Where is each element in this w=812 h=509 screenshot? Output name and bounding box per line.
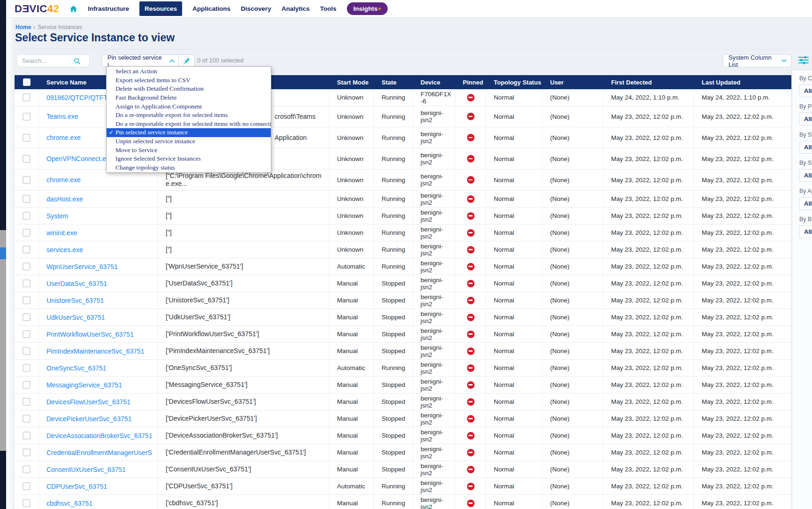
row-checkbox[interactable] [23,415,31,423]
column-header-5[interactable]: Device [413,79,455,86]
row-checkbox[interactable] [23,381,31,389]
column-header-6[interactable]: Pinned [455,79,486,86]
service-name-cell: DevicesFlowUserSvc_63751 [39,393,158,410]
row-checkbox[interactable] [23,262,31,270]
row-checkbox[interactable] [23,212,31,220]
breadcrumb-home-link[interactable]: Home [15,24,31,31]
service-name-link[interactable]: chrome.exe [46,176,81,184]
column-header-8[interactable]: User [543,79,604,86]
service-name-link[interactable]: Teams.exe [46,113,78,120]
home-icon[interactable] [69,5,77,13]
row-checkbox[interactable] [23,330,31,338]
row-checkbox[interactable] [23,482,31,490]
service-name-link[interactable]: UdkUserSvc_63751 [46,314,105,321]
service-name-link[interactable]: chrome.exe [46,134,81,141]
row-checkbox[interactable] [23,113,31,121]
nav-item-discovery[interactable]: Discovery [241,5,271,12]
topology-status-cell: Normal [486,241,543,258]
column-header-9[interactable]: First Detected [604,79,694,86]
service-name-link[interactable]: wininit.exe [46,229,77,237]
row-checkbox[interactable] [23,93,31,101]
service-name-link[interactable]: DevicesFlowUserSvc_63751 [46,398,130,406]
service-name-link[interactable]: OpenVPNConnect.exe [46,155,113,162]
row-checkbox[interactable] [23,499,31,507]
column-header-3[interactable]: Start Mode [329,79,374,86]
state-cell: Running [374,191,413,207]
row-checkbox[interactable] [23,134,31,142]
menu-item[interactable]: Fast Background Delete [107,93,271,102]
row-checkbox[interactable] [23,398,31,406]
service-name-link[interactable]: DevicePickerUserSvc_63751 [46,415,131,423]
filter-select[interactable]: All [799,169,812,182]
service-name-link[interactable]: ConsentUxUserSvc_63751 [46,466,126,473]
select-all-checkbox[interactable] [23,78,31,86]
service-name-link[interactable]: UnistoreSvc_63751 [46,297,104,304]
row-checkbox[interactable] [23,155,31,163]
row-checkbox[interactable] [23,313,31,321]
menu-item[interactable]: ✓Pin selected service instance [107,128,271,137]
menu-item[interactable]: Unpin selected service instance [107,137,271,146]
row-checkbox[interactable] [23,432,31,440]
row-checkbox[interactable] [23,246,31,254]
menu-item[interactable]: Change topology status [107,163,271,172]
column-header-10[interactable]: Last Updated [694,79,791,86]
alias-text: ['CDPUserSvc_63751'] [166,482,232,490]
bulk-action-select[interactable]: Pin selected service i... [102,54,178,68]
filter-select[interactable]: All [799,113,812,125]
filter-select[interactable]: All [799,85,812,97]
filter-select[interactable]: All [799,225,812,238]
insights-button[interactable]: Insights+ [347,2,388,15]
menu-item[interactable]: Do a re-importable export for selected i… [107,111,271,120]
menu-item[interactable]: Ignore Selected Service Instances [107,154,271,163]
menu-item[interactable]: Delete with Detailed Confirmation [107,85,271,93]
service-name-link[interactable]: OneSyncSvc_63751 [46,364,107,372]
nav-item-analytics[interactable]: Analytics [282,5,310,12]
nav-item-tools[interactable]: Tools [320,5,337,12]
service-name-link[interactable]: PimIndexMaintenanceSvc_63751 [46,347,145,355]
service-name-link[interactable]: MessagingService_63751 [46,381,122,389]
filter-sliders-icon[interactable] [798,55,809,65]
row-checkbox[interactable] [23,448,31,456]
menu-item[interactable]: Export selected items to CSV [107,76,271,85]
service-name-link[interactable]: dasHost.exe [46,195,83,203]
service-name-link[interactable]: DeviceAssociationBrokerSvc_63751 [46,432,153,440]
service-name-link[interactable]: UserDataSvc_63751 [46,280,107,287]
table-row: CredentialEnrollmentManagerUserS ...['Cr… [15,444,791,461]
menu-item-label: Assign to Application Component [115,103,202,110]
service-name-link[interactable]: cbdhsvc_63751 [46,500,92,507]
service-name-link[interactable]: System [46,212,69,220]
nav-item-applications[interactable]: Applications [192,5,230,12]
row-checkbox[interactable] [23,296,31,304]
apply-action-pin-icon[interactable] [179,57,194,65]
column-header-7[interactable]: Topology Status [486,79,543,86]
user-cell: (None) [543,224,604,241]
filter-select[interactable]: All [799,197,812,210]
menu-item[interactable]: Select an Action [107,67,271,76]
row-checkbox[interactable] [23,279,31,287]
service-name-link[interactable]: CDPUserSvc_63751 [46,483,107,490]
service-name-link[interactable]: 091862/QTCP/QTFTP0 [46,94,115,101]
menu-item[interactable]: Assign to Application Component [107,102,271,111]
service-name-link[interactable]: services.exe [46,246,83,254]
row-checkbox[interactable] [23,176,31,184]
row-checkbox[interactable] [23,465,31,473]
user-cell: (None) [543,170,604,190]
left-edge-window-sliver [0,0,6,509]
filter-select[interactable]: All [799,141,812,154]
nav-item-infrastructure[interactable]: Infrastructure [88,5,129,12]
row-checkbox[interactable] [23,229,31,237]
row-checkbox[interactable] [23,195,31,203]
row-checkbox[interactable] [23,347,31,355]
service-name-link[interactable]: WpnUserService_63751 [46,263,118,270]
menu-item[interactable]: Do a re-importable export for selected i… [107,120,271,129]
service-name-link[interactable]: PrintWorkflowUserSvc_63751 [46,331,134,338]
nav-item-resources[interactable]: Resources [139,1,182,16]
column-list-select[interactable]: System Column List [723,54,791,67]
search-input[interactable] [22,57,74,64]
row-checkbox[interactable] [23,364,31,372]
device42-logo[interactable]: DƎVIC 4 2 [15,3,59,15]
service-name-link[interactable]: CredentialEnrollmentManagerUserS ... [46,449,154,456]
menu-item[interactable]: Move to Service [107,146,271,154]
column-header-4[interactable]: State [374,79,413,86]
alias-cell: ['UnistoreSvc_63751'] [158,292,329,308]
